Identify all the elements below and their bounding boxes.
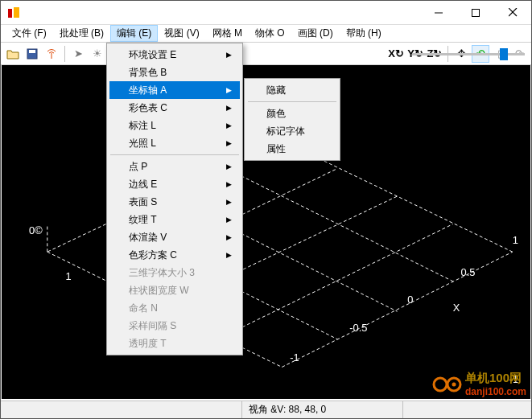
tick-x-0: 0 [407, 294, 413, 306]
menu-edit[interactable]: 编辑 (E) [110, 25, 158, 42]
item-colortable[interactable]: 彩色表 C▶ [109, 99, 240, 117]
minimize-button[interactable] [420, 1, 457, 25]
svg-rect-7 [29, 50, 35, 53]
item-volume[interactable]: 体渲染 V▶ [109, 228, 240, 246]
slider[interactable] [412, 47, 525, 60]
svg-point-22 [452, 382, 456, 386]
item-color[interactable]: 颜色 [247, 105, 337, 122]
item-barwidth[interactable]: 柱状图宽度 W [109, 281, 240, 299]
tick-x-m1: -1 [290, 351, 299, 364]
arrow-icon[interactable]: ➤ [69, 45, 87, 63]
toolbar: ➤ ☀ X↻ Y↻ Z↻ ✥ ↶ ▯ ↷ [1, 43, 531, 65]
antenna-icon[interactable] [43, 45, 60, 63]
item-texture[interactable]: 纹理 T▶ [109, 211, 240, 228]
svg-line-9 [282, 252, 513, 367]
slider-thumb[interactable] [500, 48, 508, 60]
axis-x-label: X [453, 302, 460, 314]
tick-y-1: 1 [66, 270, 72, 282]
item-annotate[interactable]: 标注 L▶ [109, 117, 240, 134]
svg-rect-1 [14, 7, 19, 18]
item-props[interactable]: 属性 [247, 140, 337, 158]
status-empty [1, 401, 242, 418]
item-hide[interactable]: 隐藏 [247, 81, 337, 99]
watermark: 单机100网 danji100.com [432, 371, 526, 397]
window-controls [420, 1, 531, 25]
svg-line-18 [226, 168, 453, 281]
item-point[interactable]: 点 P▶ [109, 158, 240, 175]
axes-submenu: 隐藏 颜色 标记字体 属性 [244, 78, 340, 161]
item-colorscheme[interactable]: 色彩方案 C▶ [109, 246, 240, 264]
item-opacity[interactable]: 透明度 T [109, 335, 240, 352]
tick-x-1: 1 [513, 234, 518, 246]
menu-divider [110, 154, 239, 155]
watermark-logo-icon [432, 376, 463, 393]
tick-x-m05: -0.5 [349, 322, 367, 334]
item-rename[interactable]: 命名 N [109, 299, 240, 317]
edit-dropdown: 环境设置 E▶ 背景色 B 坐标轴 A▶ 彩色表 C▶ 标注 L▶ 光照 L▶ … [106, 43, 243, 355]
svg-point-20 [434, 378, 447, 391]
item-sample[interactable]: 采样间隔 S [109, 317, 240, 335]
item-axes[interactable]: 坐标轴 A▶ [109, 81, 240, 99]
menu-image[interactable]: 画图 (D) [291, 25, 340, 42]
app-icon [7, 6, 20, 19]
svg-rect-3 [472, 9, 480, 16]
watermark-text-1: 单机100网 [465, 371, 526, 386]
menu-mesh[interactable]: 网格 M [206, 25, 249, 42]
item-lighting[interactable]: 光照 L▶ [109, 134, 240, 152]
open-icon[interactable] [4, 45, 22, 63]
menu-batch[interactable]: 批处理 (B) [53, 25, 110, 42]
axis-x-icon[interactable]: X↻ [387, 45, 405, 63]
item-bg[interactable]: 背景色 B [109, 64, 240, 81]
menu-file[interactable]: 文件 (F) [6, 25, 53, 42]
menu-help[interactable]: 帮助 (H) [340, 25, 388, 42]
watermark-text-2: danji100.com [465, 386, 526, 397]
menu-object[interactable]: 物体 O [249, 25, 291, 42]
item-surface[interactable]: 表面 S▶ [109, 193, 240, 211]
item-edge[interactable]: 边线 E▶ [109, 175, 240, 193]
tick-x-05: 0.5 [461, 266, 476, 278]
status-view: 视角 &V: 88, 48, 0 [242, 401, 403, 418]
item-env[interactable]: 环境设置 E▶ [109, 46, 240, 64]
menubar: 文件 (F) 批处理 (B) 编辑 (E) 视图 (V) 网格 M 物体 O 画… [1, 25, 531, 43]
z-label: 0© [29, 224, 43, 236]
light-icon[interactable]: ☀ [89, 45, 106, 63]
titlebar [1, 1, 531, 25]
menu-view[interactable]: 视图 (V) [158, 25, 205, 42]
slider-track [412, 53, 525, 55]
svg-rect-0 [8, 9, 12, 18]
maximize-button[interactable] [457, 1, 494, 25]
save-icon[interactable] [23, 45, 41, 63]
menu-divider [248, 101, 336, 102]
close-button[interactable] [494, 1, 531, 25]
separator [64, 46, 65, 62]
item-labelfont[interactable]: 标记字体 [247, 122, 337, 140]
statusbar: 视角 &V: 88, 48, 0 [1, 401, 531, 418]
item-font3d[interactable]: 三维字体大小 3 [109, 264, 240, 281]
